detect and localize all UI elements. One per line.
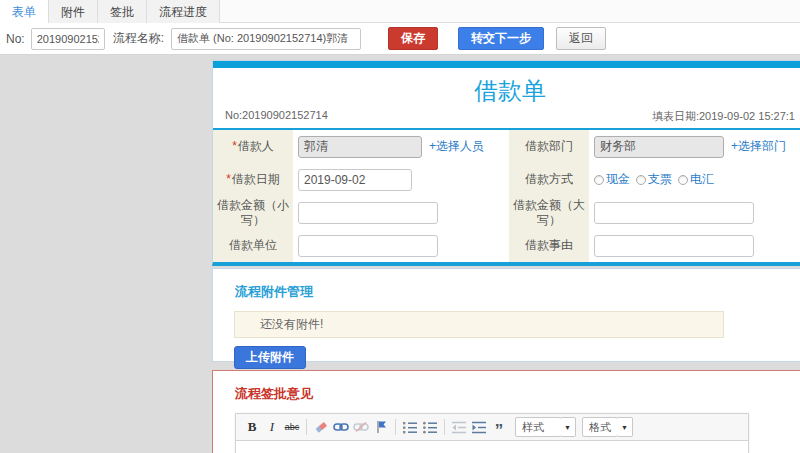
radio-cheque[interactable]: 支票 (636, 171, 672, 188)
required-mark: * (232, 139, 237, 154)
loan-unit-input[interactable] (298, 235, 438, 257)
tab-approval[interactable]: 签批 (98, 0, 147, 23)
command-bar: No: 流程名称: 保存 转交下一步 返回 (0, 23, 800, 55)
loan-date-input[interactable] (298, 169, 412, 191)
required-mark: * (226, 172, 231, 187)
radio-circle-icon (678, 175, 688, 185)
bulleted-list-icon[interactable] (420, 417, 440, 437)
format-dropdown[interactable]: 格式 (582, 417, 618, 437)
approval-section-title: 流程签批意见 (235, 385, 800, 403)
format-dropdown-arrow-icon[interactable]: ▼ (617, 417, 633, 437)
toolbar-separator (444, 419, 445, 435)
radio-wire-transfer[interactable]: 电汇 (678, 171, 714, 188)
editor-toolbar: B I abc (236, 414, 748, 441)
process-name-label: 流程名称: (113, 30, 164, 47)
back-button[interactable]: 返回 (556, 27, 606, 50)
remove-format-icon[interactable] (311, 417, 331, 437)
loan-reason-label: 借款事由 (509, 229, 589, 262)
editor-content-area[interactable] (236, 441, 748, 453)
strikethrough-icon[interactable]: abc (282, 417, 302, 437)
form-title: 借款单 (213, 75, 800, 107)
link-icon[interactable] (331, 417, 351, 437)
tab-process-progress[interactable]: 流程进度 (147, 0, 220, 23)
department-label: 借款部门 (509, 130, 589, 163)
radio-cash[interactable]: 现金 (594, 171, 630, 188)
borrower-label: * 借款人 (213, 130, 293, 163)
loan-form-panel: 借款单 No:20190902152714 填表日期:2019-09-02 15… (212, 60, 800, 266)
no-label: No: (6, 32, 25, 46)
upload-attachment-button[interactable]: 上传附件 (234, 346, 306, 369)
toolbar-separator (306, 419, 307, 435)
loan-method-radio-group: 现金 支票 电汇 (594, 171, 720, 188)
amount-upper-label: 借款金额（大写） (509, 196, 589, 229)
borrower-input[interactable] (298, 136, 422, 158)
amount-upper-input[interactable] (594, 202, 754, 224)
select-person-link[interactable]: +选择人员 (429, 138, 484, 155)
tab-form[interactable]: 表单 (0, 0, 49, 23)
ordered-list-icon[interactable] (400, 417, 420, 437)
bold-icon[interactable]: B (242, 417, 262, 437)
style-dropdown[interactable]: 样式 (515, 417, 561, 437)
blockquote-icon[interactable]: ” (489, 417, 509, 437)
outdent-icon[interactable] (449, 417, 469, 437)
no-input[interactable] (31, 28, 105, 50)
radio-circle-icon (594, 175, 604, 185)
italic-icon[interactable]: I (262, 417, 282, 437)
save-button[interactable]: 保存 (388, 27, 438, 50)
attachment-section-title: 流程附件管理 (235, 283, 800, 301)
form-date-text: 填表日期:2019-09-02 15:27:1 (652, 109, 795, 124)
select-department-link[interactable]: +选择部门 (731, 138, 786, 155)
loan-method-label: 借款方式 (509, 163, 589, 196)
forward-next-step-button[interactable]: 转交下一步 (458, 27, 544, 50)
no-attachment-message: 还没有附件! (234, 311, 724, 338)
indent-icon[interactable] (469, 417, 489, 437)
process-name-input[interactable] (171, 28, 361, 50)
toolbar-separator (395, 419, 396, 435)
form-grid: * 借款人 +选择人员 借款部门 +选择部门 * 借款日期 (213, 130, 800, 262)
form-header-bar (213, 61, 800, 68)
loan-date-label: * 借款日期 (213, 163, 293, 196)
tab-attachment[interactable]: 附件 (49, 0, 98, 23)
unlink-icon[interactable] (351, 417, 371, 437)
page-background: 借款单 No:20190902152714 填表日期:2019-09-02 15… (0, 55, 800, 453)
amount-lower-input[interactable] (298, 202, 438, 224)
style-dropdown-arrow-icon[interactable]: ▼ (560, 417, 576, 437)
form-no-text: No:20190902152714 (225, 109, 328, 124)
approval-panel: 流程签批意见 B I abc (212, 370, 800, 453)
attachment-panel: 流程附件管理 还没有附件! 上传附件 (212, 268, 800, 362)
loan-reason-input[interactable] (594, 235, 754, 257)
loan-unit-label: 借款单位 (213, 229, 293, 262)
amount-lower-label: 借款金额（小写） (213, 196, 293, 229)
department-input[interactable] (594, 136, 724, 158)
anchor-flag-icon[interactable] (371, 417, 391, 437)
rich-text-editor: B I abc (235, 413, 749, 453)
radio-circle-icon (636, 175, 646, 185)
module-tabbar: 表单 附件 签批 流程进度 (0, 0, 800, 23)
